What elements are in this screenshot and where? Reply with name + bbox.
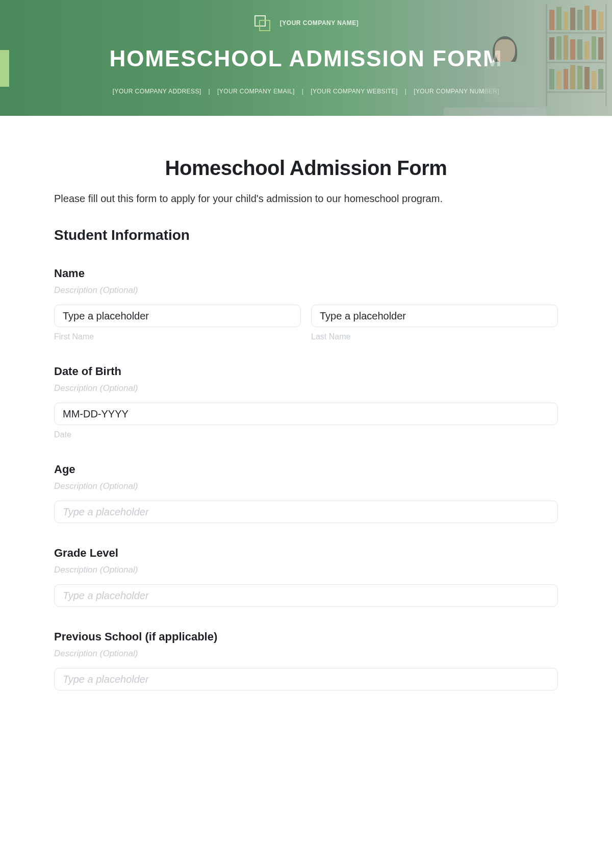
field-label-dob: Date of Birth (54, 365, 558, 378)
dob-sublabel: Date (54, 430, 558, 439)
meta-separator: | (405, 88, 407, 95)
field-desc-age: Description (Optional) (54, 481, 558, 491)
company-website: [YOUR COMPANY WEBSITE] (311, 88, 397, 95)
hero-title: HOMESCHOOL ADMISSION FORM (0, 46, 612, 71)
field-desc-name: Description (Optional) (54, 285, 558, 295)
meta-separator: | (209, 88, 211, 95)
field-label-grade: Grade Level (54, 547, 558, 560)
hero-meta-row: [YOUR COMPANY ADDRESS] | [YOUR COMPANY E… (0, 88, 612, 95)
first-name-input[interactable] (54, 305, 301, 327)
field-name: Name Description (Optional) First Name L… (54, 267, 558, 341)
company-email: [YOUR COMPANY EMAIL] (217, 88, 295, 95)
first-name-sublabel: First Name (54, 332, 301, 341)
company-address: [YOUR COMPANY ADDRESS] (113, 88, 201, 95)
page-intro: Please fill out this form to apply for y… (54, 193, 558, 205)
hero-logo-row: [YOUR COMPANY NAME] (0, 0, 612, 32)
field-previous-school: Previous School (if applicable) Descript… (54, 630, 558, 690)
previous-school-input[interactable] (54, 668, 558, 690)
meta-separator: | (302, 88, 304, 95)
last-name-sublabel: Last Name (311, 332, 558, 341)
field-dob: Date of Birth Description (Optional) Dat… (54, 365, 558, 439)
form-content: Homeschool Admission Form Please fill ou… (0, 116, 612, 711)
hero-banner: [YOUR COMPANY NAME] HOMESCHOOL ADMISSION… (0, 0, 612, 116)
field-grade: Grade Level Description (Optional) (54, 547, 558, 607)
company-name: [YOUR COMPANY NAME] (280, 19, 359, 27)
section-student-information: Student Information (54, 227, 558, 243)
field-desc-dob: Description (Optional) (54, 383, 558, 393)
field-label-age: Age (54, 463, 558, 476)
last-name-input[interactable] (311, 305, 558, 327)
field-desc-grade: Description (Optional) (54, 565, 558, 575)
company-number: [YOUR COMPANY NUMBER] (414, 88, 499, 95)
age-input[interactable] (54, 501, 558, 523)
page-title: Homeschool Admission Form (54, 157, 558, 180)
field-label-name: Name (54, 267, 558, 280)
hero-accent-bar (0, 50, 9, 87)
dob-input[interactable] (54, 403, 558, 425)
field-desc-previous-school: Description (Optional) (54, 649, 558, 659)
field-age: Age Description (Optional) (54, 463, 558, 523)
company-logo-icon (253, 14, 271, 32)
grade-level-input[interactable] (54, 584, 558, 607)
field-label-previous-school: Previous School (if applicable) (54, 630, 558, 643)
